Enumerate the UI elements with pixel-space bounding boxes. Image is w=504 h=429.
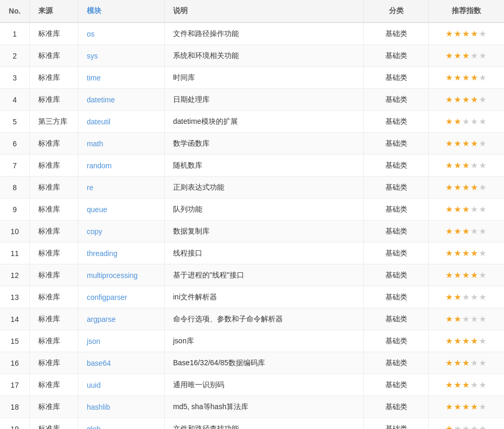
cell-source: 标准库 (30, 221, 78, 242)
table-row: 19标准库glob文件和路径查找功能基础类★★★★★ (0, 418, 504, 430)
cell-desc: 队列功能 (164, 199, 363, 221)
star-icon: ★ (454, 95, 462, 104)
table-row: 14标准库argparse命令行选项、参数和子命令解析器基础类★★★★★ (0, 308, 504, 330)
cell-no: 18 (0, 396, 30, 418)
star-icon: ★ (479, 380, 487, 389)
star-icon: ★ (462, 183, 471, 192)
cell-source: 标准库 (30, 242, 78, 264)
table-row: 10标准库copy数据复制库基础类★★★★★ (0, 221, 504, 242)
cell-no: 3 (0, 67, 30, 89)
star-icon: ★ (454, 161, 462, 170)
cell-rating: ★★★★★ (429, 133, 504, 155)
cell-rating: ★★★★★ (429, 330, 504, 352)
star-icon: ★ (462, 249, 471, 258)
star-icon: ★ (462, 271, 471, 280)
cell-no: 4 (0, 89, 30, 111)
star-icon: ★ (445, 249, 454, 258)
star-icon: ★ (462, 73, 471, 82)
cell-no: 1 (0, 22, 30, 45)
star-icon: ★ (471, 380, 479, 389)
star-icon: ★ (471, 183, 479, 192)
table-row: 9标准库queue队列功能基础类★★★★★ (0, 199, 504, 221)
star-icon: ★ (445, 161, 454, 170)
cell-no: 9 (0, 199, 30, 221)
table-body: 1标准库os文件和路径操作功能基础类★★★★★2标准库sys系统和环境相关功能基… (0, 22, 504, 429)
cell-category: 基础类 (364, 177, 429, 199)
star-icon: ★ (454, 29, 462, 38)
cell-rating: ★★★★★ (429, 199, 504, 221)
cell-desc: json库 (164, 330, 363, 352)
cell-category: 基础类 (364, 111, 429, 133)
cell-source: 标准库 (30, 374, 78, 396)
cell-source: 标准库 (30, 89, 78, 111)
star-icon: ★ (479, 183, 487, 192)
cell-source: 第三方库 (30, 111, 78, 133)
cell-category: 基础类 (364, 45, 429, 67)
star-icon: ★ (471, 227, 479, 236)
cell-source: 标准库 (30, 418, 78, 430)
cell-source: 标准库 (30, 308, 78, 330)
cell-desc: 文件和路径查找功能 (164, 418, 363, 430)
star-icon: ★ (471, 271, 479, 280)
star-icon: ★ (445, 227, 454, 236)
cell-category: 基础类 (364, 22, 429, 45)
star-icon: ★ (462, 117, 471, 126)
cell-module: re (78, 177, 165, 199)
cell-rating: ★★★★★ (429, 264, 504, 286)
cell-category: 基础类 (364, 199, 429, 221)
cell-rating: ★★★★★ (429, 242, 504, 264)
star-icon: ★ (479, 227, 487, 236)
table-row: 16标准库base64Base16/32/64/85数据编码库基础类★★★★★ (0, 352, 504, 374)
star-icon: ★ (471, 358, 479, 367)
star-icon: ★ (462, 380, 471, 389)
star-icon: ★ (479, 315, 487, 323)
cell-category: 基础类 (364, 352, 429, 374)
cell-source: 标准库 (30, 45, 78, 67)
star-icon: ★ (454, 205, 462, 214)
cell-source: 标准库 (30, 177, 78, 199)
cell-desc: 线程接口 (164, 242, 363, 264)
cell-rating: ★★★★★ (429, 308, 504, 330)
cell-module: dateutil (78, 111, 165, 133)
star-icon: ★ (462, 227, 471, 236)
star-icon: ★ (471, 139, 479, 148)
star-icon: ★ (462, 205, 471, 214)
header-no: No. (0, 0, 30, 22)
table-row: 5第三方库dateutildatetime模块的扩展基础类★★★★★ (0, 111, 504, 133)
star-icon: ★ (479, 51, 487, 60)
header-category: 分类 (364, 0, 429, 22)
cell-rating: ★★★★★ (429, 286, 504, 308)
star-icon: ★ (479, 402, 487, 411)
cell-module: argparse (78, 308, 165, 330)
cell-no: 15 (0, 330, 30, 352)
cell-module: uuid (78, 374, 165, 396)
cell-category: 基础类 (364, 308, 429, 330)
star-icon: ★ (445, 293, 454, 302)
star-icon: ★ (462, 293, 471, 302)
star-icon: ★ (479, 95, 487, 104)
cell-desc: 数学函数库 (164, 133, 363, 155)
table-row: 17标准库uuid通用唯一识别码基础类★★★★★ (0, 374, 504, 396)
star-icon: ★ (454, 380, 462, 389)
table-header: No. 来源 模块 说明 分类 推荐指数 (0, 0, 504, 22)
star-icon: ★ (454, 315, 462, 323)
cell-module: copy (78, 221, 165, 242)
cell-no: 17 (0, 374, 30, 396)
table-row: 12标准库multiprocessing基于进程的"线程"接口基础类★★★★★ (0, 264, 504, 286)
star-icon: ★ (462, 424, 471, 429)
cell-module: base64 (78, 352, 165, 374)
star-icon: ★ (471, 249, 479, 258)
cell-source: 标准库 (30, 286, 78, 308)
star-icon: ★ (445, 424, 454, 429)
cell-desc: 文件和路径操作功能 (164, 22, 363, 45)
cell-module: os (78, 22, 165, 45)
star-icon: ★ (445, 205, 454, 214)
star-icon: ★ (471, 315, 479, 323)
star-icon: ★ (462, 95, 471, 104)
cell-module: queue (78, 199, 165, 221)
star-icon: ★ (454, 358, 462, 367)
cell-category: 基础类 (364, 155, 429, 177)
cell-no: 7 (0, 155, 30, 177)
table-row: 18标准库hashlibmd5, sha等hash算法库基础类★★★★★ (0, 396, 504, 418)
table-row: 8标准库re正则表达式功能基础类★★★★★ (0, 177, 504, 199)
